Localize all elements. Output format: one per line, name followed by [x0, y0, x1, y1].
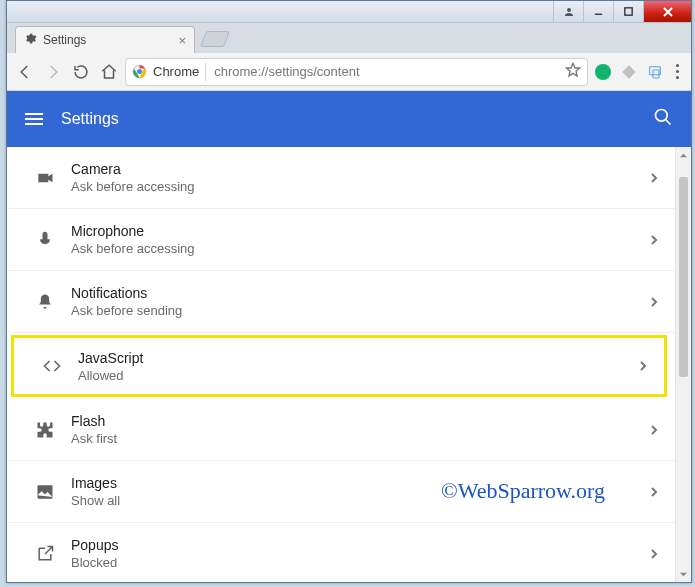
address-bar[interactable]: Chrome chrome://settings/content — [125, 58, 588, 86]
chrome-menu-button[interactable] — [670, 64, 685, 79]
watermark-text: ©WebSparrow.org — [441, 478, 605, 504]
extension-diamond-icon[interactable] — [618, 61, 640, 83]
scroll-up-arrow[interactable] — [676, 147, 691, 163]
launch-icon — [27, 544, 63, 564]
svg-rect-4 — [653, 70, 659, 78]
window: Settings × Chrome chrom — [6, 0, 692, 583]
extension-badge-green[interactable] — [592, 61, 614, 83]
vertical-scrollbar[interactable] — [675, 147, 691, 582]
item-title: Popups — [71, 537, 118, 553]
extension-device-icon[interactable] — [644, 61, 666, 83]
item-subtitle: Allowed — [78, 368, 143, 383]
page-title: Settings — [61, 110, 119, 128]
os-titlebar — [7, 1, 691, 23]
reload-button[interactable] — [69, 60, 93, 84]
item-title: Microphone — [71, 223, 195, 239]
user-profile-button[interactable] — [553, 1, 583, 22]
chevron-right-icon — [649, 421, 659, 439]
settings-header: Settings — [7, 91, 691, 147]
item-subtitle: Ask before accessing — [71, 179, 195, 194]
settings-scroll-area: Camera Ask before accessing Microphone A… — [7, 147, 691, 582]
item-title: Camera — [71, 161, 195, 177]
settings-search-button[interactable] — [653, 107, 673, 131]
chevron-right-icon — [649, 545, 659, 563]
item-title: Notifications — [71, 285, 182, 301]
camera-icon — [27, 168, 63, 188]
content-viewport: Settings Camera Ask before accessing — [7, 91, 691, 582]
settings-item-microphone[interactable]: Microphone Ask before accessing — [7, 209, 675, 271]
settings-item-notifications[interactable]: Notifications Ask before sending — [7, 271, 675, 333]
tab-title: Settings — [43, 33, 86, 47]
settings-item-camera[interactable]: Camera Ask before accessing — [7, 147, 675, 209]
settings-list: Camera Ask before accessing Microphone A… — [7, 147, 675, 582]
back-button[interactable] — [13, 60, 37, 84]
maximize-button[interactable] — [613, 1, 643, 22]
settings-item-javascript[interactable]: JavaScript Allowed — [11, 335, 667, 397]
browser-tab[interactable]: Settings × — [15, 26, 195, 53]
item-subtitle: Show all — [71, 493, 120, 508]
close-window-button[interactable] — [643, 1, 691, 22]
hamburger-menu-button[interactable] — [25, 113, 43, 125]
svg-point-2 — [137, 69, 142, 74]
chevron-right-icon — [649, 483, 659, 501]
chrome-icon — [132, 64, 147, 79]
gear-icon — [24, 32, 43, 48]
chevron-right-icon — [649, 293, 659, 311]
browser-toolbar: Chrome chrome://settings/content — [7, 53, 691, 91]
svg-rect-0 — [625, 8, 632, 15]
chevron-right-icon — [638, 357, 648, 375]
address-origin-label: Chrome — [153, 64, 199, 79]
image-icon — [27, 482, 63, 502]
home-button[interactable] — [97, 60, 121, 84]
settings-item-popups[interactable]: Popups Blocked — [7, 523, 675, 582]
puzzle-icon — [27, 420, 63, 440]
scrollbar-thumb[interactable] — [679, 177, 688, 377]
item-title: JavaScript — [78, 350, 143, 366]
item-subtitle: Ask before accessing — [71, 241, 195, 256]
tab-strip: Settings × — [7, 23, 691, 53]
item-subtitle: Ask before sending — [71, 303, 182, 318]
minimize-button[interactable] — [583, 1, 613, 22]
bell-icon — [27, 292, 63, 312]
tab-close-icon[interactable]: × — [178, 33, 186, 48]
forward-button[interactable] — [41, 60, 65, 84]
item-title: Flash — [71, 413, 117, 429]
chevron-right-icon — [649, 169, 659, 187]
new-tab-button[interactable] — [200, 31, 230, 47]
item-subtitle: Ask first — [71, 431, 117, 446]
microphone-icon — [27, 230, 63, 250]
address-url: chrome://settings/content — [214, 64, 359, 79]
address-divider — [205, 63, 206, 81]
item-title: Images — [71, 475, 120, 491]
code-icon — [34, 356, 70, 376]
item-subtitle: Blocked — [71, 555, 118, 570]
svg-point-5 — [656, 110, 668, 122]
chevron-right-icon — [649, 231, 659, 249]
scroll-down-arrow[interactable] — [676, 566, 691, 582]
settings-item-flash[interactable]: Flash Ask first — [7, 399, 675, 461]
bookmark-star-icon[interactable] — [565, 62, 581, 81]
